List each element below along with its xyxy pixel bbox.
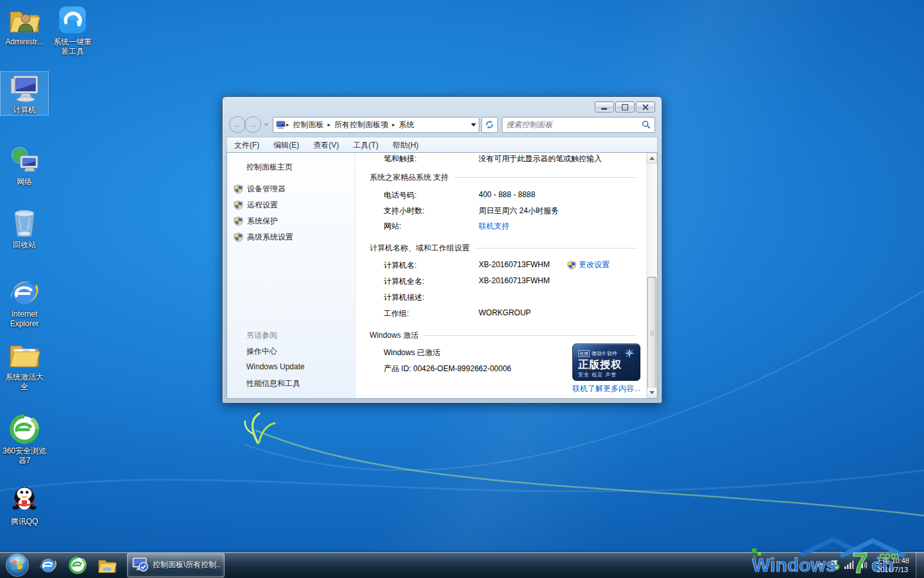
forward-button[interactable]: → <box>244 116 261 133</box>
address-bar[interactable]: ▸ 控制面板 ▸ 所有控制面板项 ▸ 系统 <box>273 117 479 133</box>
recent-pages-chevron-icon[interactable] <box>264 123 269 127</box>
desktop-icon-internet-explorer[interactable]: Internet Explorer <box>1 276 48 329</box>
network-icon[interactable] <box>843 559 855 571</box>
workgroup-label: 工作组: <box>384 308 409 319</box>
desktop-icon-recycle-bin[interactable]: 回收站 <box>1 207 48 250</box>
breadcrumb-system[interactable]: 系统 <box>396 119 418 130</box>
desktop-wallpaper: Administr... 系统一键重 装工具 计算机 <box>0 0 924 578</box>
action-center-icon[interactable] <box>829 559 841 571</box>
task-button-label: 控制面板\所有控制... <box>153 559 220 570</box>
refresh-button[interactable] <box>481 117 498 133</box>
clock-date: 2016/7/13 <box>875 565 909 574</box>
show-desktop-button[interactable] <box>916 552 924 578</box>
desktop-icon-label: 360安全浏览 器7 <box>1 446 48 466</box>
search-box[interactable] <box>502 117 655 133</box>
full-name-label: 计算机全名: <box>384 276 424 287</box>
show-hidden-icons-button[interactable] <box>815 559 826 571</box>
desktop-icon-label: 计算机 <box>1 105 48 115</box>
desktop-icon-label: 回收站 <box>1 240 48 250</box>
desktop-icon-label: 系统激活大 全 <box>1 372 48 392</box>
uac-shield-icon <box>234 232 243 242</box>
address-dropdown-icon[interactable] <box>471 123 476 127</box>
menu-help[interactable]: 帮助(H) <box>386 138 426 152</box>
menu-file[interactable]: 文件(F) <box>227 138 266 152</box>
vertical-scrollbar[interactable] <box>646 153 657 398</box>
back-button[interactable]: ← <box>229 116 246 133</box>
volume-icon[interactable] <box>857 559 869 571</box>
system-tray: 上午 10:48 2016/7/13 <box>815 552 924 578</box>
taskbar-internet-explorer[interactable] <box>37 554 59 576</box>
online-support-link[interactable]: 联机支持 <box>479 221 509 232</box>
full-name-value: XB-20160713FWHM <box>479 276 550 285</box>
desktop-icon-label: 腾讯QQ <box>1 517 48 527</box>
desktop-icon-reinstall-tool[interactable]: 系统一键重 装工具 <box>49 4 96 57</box>
start-button[interactable] <box>5 553 30 577</box>
badge-top-row: 使用 微软® 软件 <box>578 348 635 358</box>
sidebar-item-label: 高级系统设置 <box>247 232 293 243</box>
taskbar-360-browser[interactable] <box>67 554 89 576</box>
sidebar-advanced-settings[interactable]: 高级系统设置 <box>234 232 293 243</box>
folder-icon <box>98 556 117 575</box>
sidebar-action-center[interactable]: 操作中心 <box>246 346 277 357</box>
desktop-icon-label: 网络 <box>1 177 48 187</box>
scroll-up-icon <box>649 157 654 160</box>
change-settings-link[interactable]: 更改设置 <box>567 259 610 270</box>
minimize-button[interactable] <box>595 101 614 112</box>
sidebar-performance-tools[interactable]: 性能信息和工具 <box>246 378 300 389</box>
change-settings-label: 更改设置 <box>579 259 610 270</box>
computer-name-section-header: 计算机名称、域和工作组设置 <box>370 243 637 254</box>
activation-status: Windows 已激活 <box>384 347 440 358</box>
badge-main-text: 正版授权 <box>578 358 635 371</box>
section-title: 系统之家精品系统 支持 <box>370 172 449 183</box>
breadcrumb-control-panel[interactable]: 控制面板 <box>290 119 327 130</box>
learn-more-online-link[interactable]: 联机了解更多内容... <box>572 383 640 394</box>
qq-penguin-icon <box>8 484 40 516</box>
desktop-icon-activation-pack[interactable]: 系统激活大 全 <box>1 339 48 392</box>
chevron-up-icon <box>817 563 824 568</box>
badge-line1: 微软® 软件 <box>592 350 617 357</box>
genuine-star-icon <box>624 348 635 358</box>
maximize-button[interactable] <box>615 101 635 112</box>
scrollbar-thumb[interactable] <box>647 277 656 389</box>
internet-explorer-icon <box>8 276 40 308</box>
sidebar-windows-update[interactable]: Windows Update <box>246 362 305 371</box>
support-section-header: 系统之家精品系统 支持 <box>370 172 637 183</box>
activation-section-header: Windows 激活 <box>370 330 637 341</box>
taskbar-clock[interactable]: 上午 10:48 2016/7/13 <box>871 556 916 574</box>
menu-view[interactable]: 查看(V) <box>306 138 346 152</box>
sidebar-system-protection[interactable]: 系统保护 <box>234 216 278 227</box>
sidebar-item-label: 远程设置 <box>247 200 278 211</box>
taskbar-active-window-button[interactable]: 控制面板\所有控制... <box>127 553 225 577</box>
sidebar-control-panel-home[interactable]: 控制面板主页 <box>246 162 293 173</box>
taskbar: 控制面板\所有控制... 上午 10:48 2016/7/13 <box>0 551 924 578</box>
sidebar-remote-settings[interactable]: 远程设置 <box>234 200 278 211</box>
scroll-down-button[interactable] <box>647 387 657 398</box>
desktop-icon-computer[interactable]: 计算机 <box>1 72 48 115</box>
pen-touch-label: 笔和触摸: <box>384 153 416 164</box>
search-input[interactable] <box>506 120 642 129</box>
desktop-icon-administrator[interactable]: Administr... <box>1 4 48 47</box>
hours-label: 支持小时数: <box>384 206 424 216</box>
taskbar-windows-explorer[interactable] <box>96 554 118 576</box>
section-title: 计算机名称、域和工作组设置 <box>370 243 470 254</box>
computer-icon <box>8 72 40 104</box>
uac-shield-icon <box>234 200 243 210</box>
maximize-icon <box>622 104 628 110</box>
desktop-icon-360-browser[interactable]: 360安全浏览 器7 <box>1 413 48 466</box>
scroll-up-button[interactable] <box>647 153 657 164</box>
breadcrumb-all-items[interactable]: 所有控制面板项 <box>331 119 391 130</box>
scroll-down-icon <box>649 391 654 394</box>
close-icon <box>642 104 649 110</box>
desktop-icon-network[interactable]: 网络 <box>1 144 48 187</box>
desktop-icon-tencent-qq[interactable]: 腾讯QQ <box>1 484 48 527</box>
workgroup-value: WORKGROUP <box>479 308 531 317</box>
search-icon <box>642 120 651 129</box>
user-folder-icon <box>8 4 40 36</box>
refresh-icon <box>485 120 494 129</box>
close-button[interactable] <box>636 101 655 112</box>
computer-name-label: 计算机名: <box>384 260 416 271</box>
menu-edit[interactable]: 编辑(E) <box>266 138 306 152</box>
control-panel-system-window: ← → ▸ 控制面板 ▸ 所有控制面板项 ▸ 系统 <box>222 96 662 403</box>
menu-tools[interactable]: 工具(T) <box>346 138 385 152</box>
sidebar-device-manager[interactable]: 设备管理器 <box>234 184 286 195</box>
